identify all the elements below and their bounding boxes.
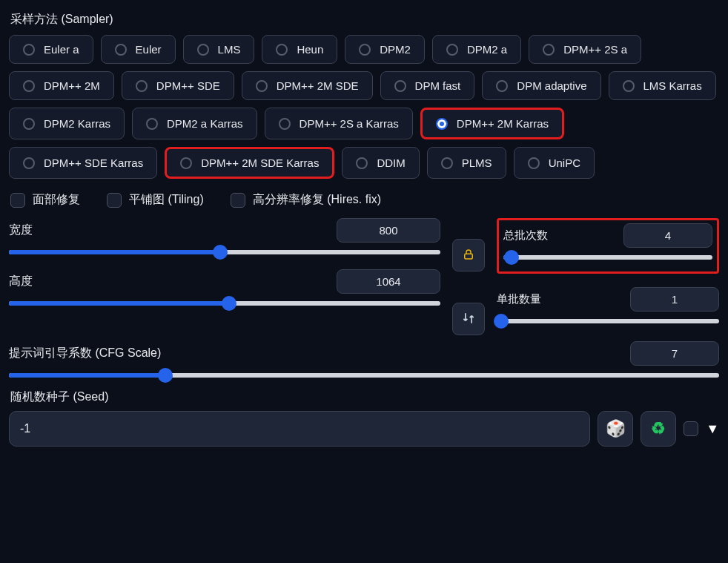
face-restore-label: 面部修复 bbox=[33, 192, 80, 208]
radio-icon bbox=[146, 118, 158, 130]
sampler-option-label: LMS bbox=[218, 43, 241, 56]
checkbox-icon bbox=[107, 193, 122, 208]
sampler-option-label: DPM++ SDE bbox=[156, 79, 220, 92]
batch-size-block: 单批数量 1 bbox=[497, 287, 719, 328]
sampler-option-label: DPM++ SDE Karras bbox=[44, 157, 143, 169]
radio-icon bbox=[436, 118, 448, 130]
radio-icon bbox=[23, 157, 35, 169]
face-restore-checkbox[interactable]: 面部修复 bbox=[10, 192, 80, 208]
sampler-option-lms[interactable]: LMS bbox=[183, 35, 255, 64]
radio-icon bbox=[256, 80, 268, 92]
sampler-option-dpm2[interactable]: DPM2 bbox=[345, 35, 425, 64]
sampler-option-dpm-2m-karras[interactable]: DPM++ 2M Karras bbox=[420, 108, 564, 139]
sampler-option-dpm-sde-karras[interactable]: DPM++ SDE Karras bbox=[9, 147, 157, 179]
cfg-scale-block: 提示词引导系数 (CFG Scale) 7 bbox=[9, 341, 719, 378]
batch-size-slider[interactable] bbox=[497, 319, 719, 323]
sampler-option-dpm-sde[interactable]: DPM++ SDE bbox=[122, 71, 234, 100]
sampler-option-dpm-2m[interactable]: DPM++ 2M bbox=[9, 71, 114, 100]
sampler-option-label: Euler a bbox=[44, 43, 79, 56]
sampler-option-label: DPM2 bbox=[380, 43, 411, 56]
extra-seed-checkbox[interactable] bbox=[684, 421, 698, 436]
radio-icon bbox=[23, 44, 35, 56]
radio-icon bbox=[394, 80, 406, 92]
width-label: 宽度 bbox=[9, 223, 33, 238]
radio-icon bbox=[496, 80, 508, 92]
radio-icon bbox=[197, 44, 209, 56]
radio-icon bbox=[115, 44, 127, 56]
radio-icon bbox=[23, 80, 35, 92]
sampler-option-label: DPM++ 2M SDE bbox=[277, 79, 359, 92]
sampler-option-label: DPM adaptive bbox=[517, 79, 586, 92]
sampler-option-label: DPM++ 2M Karras bbox=[457, 117, 549, 130]
sampler-section-label: 采样方法 (Sampler) bbox=[10, 12, 719, 27]
seed-label: 随机数种子 (Seed) bbox=[10, 389, 719, 405]
sampler-option-dpm-2s-a[interactable]: DPM++ 2S a bbox=[529, 35, 641, 64]
tiling-label: 平铺图 (Tiling) bbox=[129, 192, 204, 208]
cfg-scale-label: 提示词引导系数 (CFG Scale) bbox=[9, 346, 161, 361]
sampler-option-lms-karras[interactable]: LMS Karras bbox=[609, 71, 716, 100]
checkbox-icon bbox=[231, 193, 245, 208]
batch-count-slider[interactable] bbox=[503, 255, 712, 260]
radio-icon bbox=[543, 44, 555, 56]
sampler-option-plms[interactable]: PLMS bbox=[427, 147, 506, 179]
randomize-seed-button[interactable]: 🎲 bbox=[598, 411, 633, 447]
width-value-input[interactable]: 800 bbox=[337, 218, 440, 243]
cfg-scale-slider[interactable] bbox=[9, 373, 719, 378]
radio-icon bbox=[446, 44, 458, 56]
sampler-option-dpm-2m-sde-karras[interactable]: DPM++ 2M SDE Karras bbox=[165, 147, 334, 179]
hires-fix-label: 高分辨率修复 (Hires. fix) bbox=[253, 192, 381, 208]
recycle-icon: ♻ bbox=[651, 419, 666, 438]
lock-aspect-button[interactable] bbox=[452, 239, 485, 271]
seed-input[interactable] bbox=[9, 411, 590, 447]
radio-icon bbox=[23, 118, 35, 130]
width-slider-block: 宽度 800 bbox=[9, 218, 440, 259]
width-slider[interactable] bbox=[9, 250, 440, 254]
cfg-scale-value-input[interactable]: 7 bbox=[630, 341, 719, 366]
sampler-option-heun[interactable]: Heun bbox=[262, 35, 337, 64]
height-slider-block: 高度 1064 bbox=[9, 269, 440, 310]
sampler-option-ddim[interactable]: DDIM bbox=[342, 147, 419, 179]
seed-row: 🎲 ♻ ▼ bbox=[9, 411, 719, 447]
tiling-checkbox[interactable]: 平铺图 (Tiling) bbox=[107, 192, 204, 208]
sampler-option-label: Euler bbox=[136, 43, 162, 56]
sampler-option-dpm2-karras[interactable]: DPM2 Karras bbox=[9, 108, 125, 139]
sampler-option-euler-a[interactable]: Euler a bbox=[9, 35, 93, 64]
lock-icon bbox=[462, 248, 475, 263]
radio-icon bbox=[279, 118, 291, 130]
batch-count-label: 总批次数 bbox=[503, 228, 548, 243]
sampler-option-label: DPM2 a Karras bbox=[167, 117, 243, 130]
batch-size-value-input[interactable]: 1 bbox=[630, 287, 719, 312]
batch-count-value-input[interactable]: 4 bbox=[623, 223, 712, 248]
checkbox-icon bbox=[10, 193, 25, 208]
sampler-option-label: DPM2 Karras bbox=[44, 117, 110, 130]
sampler-option-dpm2-a[interactable]: DPM2 a bbox=[432, 35, 521, 64]
sampler-option-euler[interactable]: Euler bbox=[101, 35, 176, 64]
swap-dimensions-button[interactable] bbox=[452, 303, 485, 335]
reuse-seed-button[interactable]: ♻ bbox=[641, 411, 676, 447]
sampler-option-label: DDIM bbox=[377, 157, 405, 169]
radio-icon bbox=[528, 157, 540, 169]
radio-icon bbox=[180, 157, 192, 169]
sampler-option-dpm-adaptive[interactable]: DPM adaptive bbox=[482, 71, 600, 100]
sampler-option-label: DPM++ 2M bbox=[44, 79, 100, 92]
hires-fix-checkbox[interactable]: 高分辨率修复 (Hires. fix) bbox=[231, 192, 381, 208]
height-value-input[interactable]: 1064 bbox=[337, 269, 440, 294]
sampler-option-label: DPM++ 2S a bbox=[563, 43, 627, 56]
sampler-option-label: UniPC bbox=[549, 157, 580, 169]
sampler-option-dpm-fast[interactable]: DPM fast bbox=[380, 71, 475, 100]
sampler-option-dpm-2m-sde[interactable]: DPM++ 2M SDE bbox=[242, 71, 373, 100]
radio-icon bbox=[136, 80, 148, 92]
radio-icon bbox=[441, 157, 453, 169]
expand-seed-options[interactable]: ▼ bbox=[706, 421, 719, 437]
sampler-option-dpm2-a-karras[interactable]: DPM2 a Karras bbox=[132, 108, 257, 139]
sampler-option-label: PLMS bbox=[462, 157, 492, 169]
options-checkbox-row: 面部修复 平铺图 (Tiling) 高分辨率修复 (Hires. fix) bbox=[10, 192, 719, 208]
sampler-option-dpm-2s-a-karras[interactable]: DPM++ 2S a Karras bbox=[265, 108, 413, 139]
swap-icon bbox=[461, 311, 476, 328]
svg-rect-0 bbox=[465, 254, 473, 259]
sampler-option-unipc[interactable]: UniPC bbox=[514, 147, 595, 179]
radio-icon bbox=[623, 80, 635, 92]
height-slider[interactable] bbox=[9, 301, 440, 306]
dice-icon: 🎲 bbox=[606, 419, 626, 438]
sampler-option-label: DPM fast bbox=[415, 79, 461, 92]
